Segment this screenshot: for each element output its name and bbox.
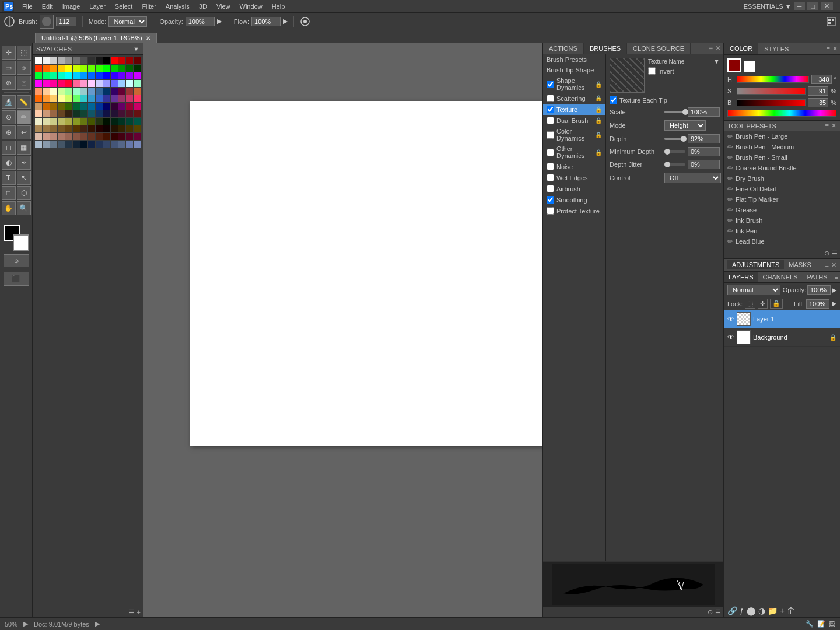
swatch[interactable] <box>88 57 95 64</box>
swatch[interactable] <box>58 88 65 94</box>
fill-arrow[interactable]: ▶ <box>832 300 836 307</box>
swatch[interactable] <box>111 125 118 132</box>
swatch[interactable] <box>103 103 110 110</box>
menu-select[interactable]: Select <box>110 0 138 13</box>
opacity-input[interactable] <box>807 285 831 295</box>
preset-brush-pen-large[interactable]: ✏ Brush Pen - Large <box>724 131 840 142</box>
swatch[interactable] <box>50 103 57 110</box>
menu-view[interactable]: View <box>212 0 235 13</box>
swatch[interactable] <box>96 65 103 72</box>
preset-coarse-round[interactable]: ✏ Coarse Round Bristle <box>724 163 840 173</box>
tool-presets-menu-icon[interactable]: ≡ <box>825 122 829 130</box>
tab-actions[interactable]: ACTIONS <box>543 43 584 54</box>
swatch[interactable] <box>103 141 110 148</box>
swatch[interactable] <box>58 72 65 79</box>
swatch[interactable] <box>88 80 95 87</box>
delete-layer-button[interactable]: 🗑 <box>787 606 795 615</box>
3d-tool[interactable]: ⬡ <box>17 186 31 200</box>
swatch[interactable] <box>88 141 95 148</box>
color-dynamics-item[interactable]: Color Dynamics 🔒 <box>543 126 606 144</box>
close-button[interactable]: ✕ <box>821 2 833 10</box>
eraser-tool[interactable]: ◻ <box>2 141 16 155</box>
hand-tool[interactable]: ✋ <box>2 201 16 215</box>
swatch[interactable] <box>65 65 72 72</box>
swatch[interactable] <box>73 95 80 102</box>
bg-color-swatch[interactable] <box>744 61 755 72</box>
add-mask-button[interactable]: ⬤ <box>747 606 756 615</box>
swatch[interactable] <box>96 57 103 64</box>
tab-styles[interactable]: STYLES <box>758 44 794 54</box>
new-group-button[interactable]: 📁 <box>768 606 778 615</box>
screen-mode-button[interactable]: ⬛ <box>4 272 29 286</box>
brightness-input[interactable] <box>808 98 828 107</box>
swatch[interactable] <box>96 80 103 87</box>
swatch[interactable] <box>65 95 72 102</box>
swatch[interactable] <box>58 95 65 102</box>
swatch[interactable] <box>103 118 110 125</box>
smoothing-item[interactable]: Smoothing <box>543 194 606 205</box>
swatch[interactable] <box>88 125 95 132</box>
swatch[interactable] <box>118 118 125 125</box>
swatch[interactable] <box>73 72 80 79</box>
swatch[interactable] <box>80 88 88 94</box>
preset-ink-brush[interactable]: ✏ Ink Brush <box>724 215 840 226</box>
swatch[interactable] <box>103 72 110 79</box>
swatch[interactable] <box>111 57 118 64</box>
texture-mode-dropdown[interactable]: Height Linear Subtract Multiply <box>664 120 706 131</box>
swatches-add-icon[interactable]: + <box>137 608 141 616</box>
swatch[interactable] <box>73 57 80 64</box>
protect-texture-item[interactable]: Protect Texture <box>543 205 606 216</box>
layer-item-layer1[interactable]: 👁 Layer 1 <box>724 310 840 328</box>
swatch[interactable] <box>80 80 88 87</box>
status-icon3[interactable]: 🖼 <box>829 620 835 628</box>
swatch[interactable] <box>88 118 95 125</box>
swatch[interactable] <box>134 57 141 64</box>
hue-slider[interactable] <box>737 76 809 83</box>
swatch[interactable] <box>134 88 141 94</box>
swatch[interactable] <box>35 118 42 125</box>
texture-item[interactable]: Texture 🔒 <box>543 104 606 115</box>
tool-presets-close-icon[interactable]: ✕ <box>831 122 836 130</box>
swatch[interactable] <box>134 72 141 79</box>
swatch[interactable] <box>126 88 133 94</box>
tab-brushes[interactable]: BRUSHES <box>584 43 627 54</box>
status-arrow2[interactable]: ▶ <box>95 620 100 628</box>
smoothing-checkbox[interactable] <box>547 196 554 204</box>
swatch[interactable] <box>126 103 133 110</box>
brush-presets-item[interactable]: Brush Presets <box>543 54 606 65</box>
swatch[interactable] <box>80 118 88 125</box>
depth-jitter-input[interactable] <box>688 160 720 169</box>
eyedropper-tool[interactable]: 🔬 <box>2 95 16 109</box>
dodge-tool[interactable]: ◐ <box>2 156 16 170</box>
swatch[interactable] <box>58 80 65 87</box>
opacity-arrow[interactable]: ▶ <box>217 18 222 25</box>
lock-pixels-icon[interactable]: ⬚ <box>745 299 755 309</box>
swatch[interactable] <box>58 103 65 110</box>
swatch[interactable] <box>50 80 57 87</box>
link-layers-button[interactable]: 🔗 <box>727 606 737 615</box>
preset-fine-oil[interactable]: ✏ Fine Oil Detail <box>724 184 840 194</box>
fg-color-swatch[interactable] <box>727 58 741 72</box>
swatch[interactable] <box>111 95 118 102</box>
brush-preview-thumb[interactable] <box>40 15 54 29</box>
swatch[interactable] <box>96 95 103 102</box>
tool-presets-footer-icon2[interactable]: ☰ <box>832 250 838 257</box>
ruler-tool[interactable]: 📏 <box>17 95 31 109</box>
swatch[interactable] <box>103 88 110 94</box>
background-color[interactable] <box>13 235 29 251</box>
swatch[interactable] <box>134 141 141 148</box>
swatch[interactable] <box>88 65 95 72</box>
lasso-tool[interactable]: ⌾ <box>17 61 31 75</box>
swatch[interactable] <box>35 133 42 140</box>
tab-adjustments[interactable]: ADJUSTMENTS <box>727 260 784 270</box>
swatches-header[interactable]: SWATCHES ▼ <box>33 43 143 55</box>
scattering-item[interactable]: Scattering 🔒 <box>543 93 606 104</box>
brush-tool[interactable]: ✏ <box>17 110 31 124</box>
swatch[interactable] <box>96 141 103 148</box>
new-layer-button[interactable]: + <box>780 606 785 615</box>
swatch[interactable] <box>50 72 57 79</box>
tab-clone-source[interactable]: CLONE SOURCE <box>627 43 691 54</box>
swatch[interactable] <box>96 125 103 132</box>
swatch[interactable] <box>134 103 141 110</box>
preset-dry-brush[interactable]: ✏ Dry Brush <box>724 173 840 184</box>
